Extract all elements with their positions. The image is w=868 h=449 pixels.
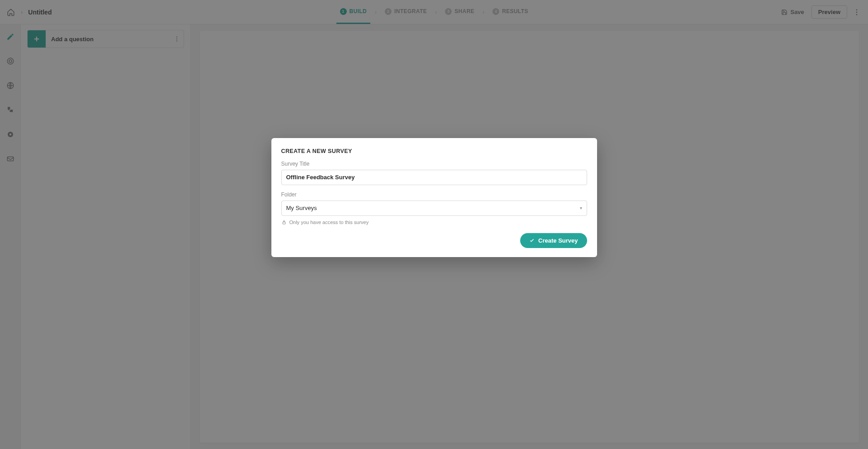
check-icon bbox=[529, 238, 535, 243]
svg-rect-12 bbox=[283, 222, 285, 224]
modal-title: CREATE A NEW SURVEY bbox=[281, 148, 587, 154]
lock-icon bbox=[281, 220, 287, 225]
modal-overlay[interactable]: CREATE A NEW SURVEY Survey Title Folder … bbox=[0, 0, 868, 449]
create-survey-button[interactable]: Create Survey bbox=[520, 233, 587, 248]
survey-title-input[interactable] bbox=[281, 170, 587, 185]
survey-title-label: Survey Title bbox=[281, 161, 587, 167]
chevron-down-icon: ▾ bbox=[580, 205, 582, 210]
modal-footer: Create Survey bbox=[281, 233, 587, 248]
folder-selected-value: My Surveys bbox=[286, 205, 317, 211]
access-hint: Only you have access to this survey bbox=[281, 220, 587, 225]
create-survey-label: Create Survey bbox=[538, 237, 578, 244]
folder-label: Folder bbox=[281, 191, 587, 198]
create-survey-modal: CREATE A NEW SURVEY Survey Title Folder … bbox=[271, 138, 597, 257]
folder-select[interactable]: My Surveys ▾ bbox=[281, 201, 587, 216]
access-hint-text: Only you have access to this survey bbox=[289, 220, 369, 225]
